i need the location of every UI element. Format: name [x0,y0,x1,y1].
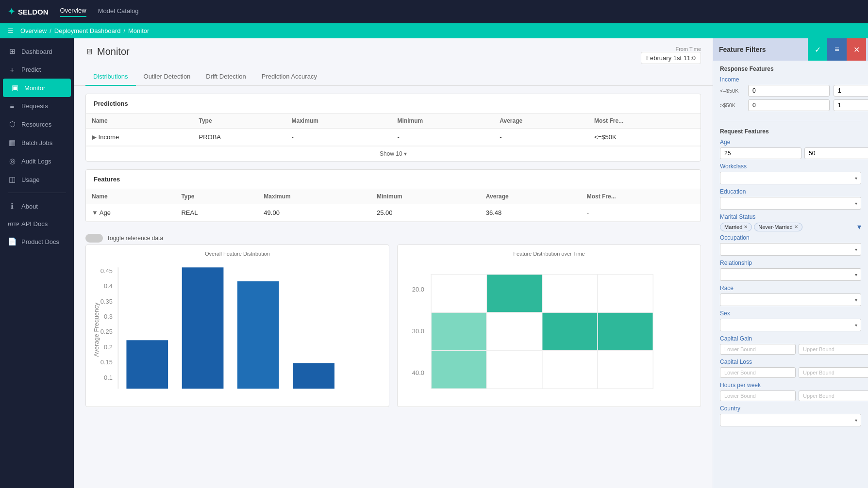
sidebar-label-resources: Resources [21,121,51,128]
sidebar-item-monitor[interactable]: ▣ Monitor [3,79,71,97]
svg-text:20.0: 20.0 [412,286,424,293]
country-label: Country [720,405,861,412]
tab-drift-detection[interactable]: Drift Detection [198,68,253,86]
workclass-select[interactable] [720,172,861,184]
sidebar-item-predict[interactable]: + Predict [0,61,74,79]
tag-married-close[interactable]: ✕ [744,224,748,229]
features-table: Name Type Maximum Minimum Average Most F… [86,189,701,222]
breadcrumb: ☰ Overview / Deployment Dashboard / Moni… [0,23,868,38]
occupation-select[interactable] [720,243,861,256]
capital-loss-upper[interactable] [799,367,868,378]
relationship-select-wrapper [720,268,861,281]
svg-text:Average Frequency: Average Frequency [93,302,100,357]
features-header: Features [86,170,701,189]
svg-text:0.25: 0.25 [100,328,113,335]
bar [126,340,168,389]
breadcrumb-overview[interactable]: Overview [20,27,47,34]
response-max-1[interactable] [834,85,868,97]
response-min-2[interactable] [748,99,830,111]
tag-never-married: Never-Married ✕ [754,223,802,231]
age-range [720,147,861,159]
sidebar-item-dashboard[interactable]: ⊞ Dashboard [0,42,74,61]
capital-gain-range [720,344,861,355]
api-docs-icon: HTTP [8,222,17,227]
toggle-row: Toggle reference data [74,230,713,244]
filter-close-button[interactable]: ✕ [847,38,866,61]
marital-expand-icon[interactable]: ▾ [857,222,861,231]
feat-row-min: 25.00 [371,204,480,222]
response-max-2[interactable] [834,99,868,111]
product-docs-icon: 📄 [8,237,17,246]
capital-loss-lower[interactable] [720,367,796,378]
sidebar-item-api-docs[interactable]: HTTP API Docs [0,215,74,232]
sidebar-item-requests[interactable]: ≡ Requests [0,97,74,115]
svg-rect-22 [486,351,542,389]
relationship-label: Relationship [720,260,861,266]
hamburger-icon[interactable]: ☰ [8,27,14,34]
tag-married-label: Married [724,224,742,230]
features-section: Features Name Type Maximum Minimum Avera… [85,169,701,222]
tab-prediction-accuracy[interactable]: Prediction Accuracy [254,68,325,86]
sidebar-label-batch-jobs: Batch Jobs [21,139,52,146]
table-row: ▼ Age REAL 49.00 25.00 36.48 - [86,204,701,222]
feat-row-freq: - [581,204,701,222]
sidebar-label-monitor: Monitor [24,84,45,92]
education-select[interactable] [720,197,861,210]
nav-overview[interactable]: Overview [60,7,86,17]
sidebar-item-resources[interactable]: ⬡ Resources [0,115,74,133]
sidebar-item-about[interactable]: ℹ About [0,197,74,215]
pred-row-name: ▶ Income [86,129,193,146]
response-row-label-1: <=$50K [720,88,744,94]
from-time-value[interactable]: February 1st 11:0 [641,52,701,64]
response-row-label-2: >$50K [720,102,744,108]
capital-gain-upper[interactable] [799,344,868,355]
sex-label: Sex [720,310,861,317]
age-max-input[interactable] [804,147,868,159]
sidebar-item-usage[interactable]: ◫ Usage [0,170,74,189]
nav-model-catalog[interactable]: Model Catalog [98,7,139,16]
age-min-input[interactable] [720,147,801,159]
tag-never-married-label: Never-Married [758,224,792,230]
tag-never-married-close[interactable]: ✕ [794,224,798,229]
main-layout: ⊞ Dashboard + Predict ▣ Monitor ≡ Reques… [0,38,868,488]
sidebar-item-audit-logs[interactable]: ◎ Audit Logs [0,152,74,170]
expand-icon[interactable]: ▶ [92,133,97,141]
filter-divider-1 [720,121,861,121]
sidebar-item-product-docs[interactable]: 📄 Product Docs [0,232,74,251]
sidebar: ⊞ Dashboard + Predict ▣ Monitor ≡ Reques… [0,38,74,488]
bar [237,281,279,389]
filter-menu-button[interactable]: ≡ [827,38,847,61]
toggle-reference-data[interactable] [85,234,103,243]
overtime-chart: Feature Distribution over Time 20.0 30.0… [397,244,701,407]
content-area: 🖥 Monitor From Time February 1st 11:0 Di… [74,38,713,488]
capital-gain-label: Capital Gain [720,335,861,342]
sex-select[interactable] [720,319,861,331]
filter-panel-title: Feature Filters [715,46,808,53]
pred-row-max: - [286,129,392,146]
svg-rect-23 [542,351,598,389]
svg-text:0.15: 0.15 [100,358,113,366]
race-select-wrapper [720,293,861,306]
filter-panel: Feature Filters ✓ ≡ ✕ Response Features … [713,38,868,488]
col-freq-feat: Most Fre... [581,189,701,204]
breadcrumb-deployment[interactable]: Deployment Dashboard [54,27,121,34]
country-select[interactable] [720,414,861,426]
tag-married: Married ✕ [720,223,752,231]
relationship-select[interactable] [720,268,861,281]
hours-upper[interactable] [799,390,868,401]
breadcrumb-monitor[interactable]: Monitor [128,27,149,34]
sidebar-item-batch-jobs[interactable]: ▦ Batch Jobs [0,133,74,152]
filter-confirm-button[interactable]: ✓ [808,38,827,61]
hours-lower[interactable] [720,390,796,401]
batch-jobs-icon: ▦ [8,138,17,147]
country-select-wrapper [720,414,861,426]
svg-rect-16 [598,275,653,313]
capital-gain-lower[interactable] [720,344,796,355]
svg-text:40.0: 40.0 [412,369,424,376]
tab-outlier-detection[interactable]: Outlier Detection [136,68,199,86]
response-min-1[interactable] [748,85,830,97]
show-more-predictions[interactable]: Show 10 ▾ [86,146,701,161]
race-select[interactable] [720,293,861,306]
tab-distributions[interactable]: Distributions [85,68,136,86]
expand-icon[interactable]: ▼ [92,209,98,216]
